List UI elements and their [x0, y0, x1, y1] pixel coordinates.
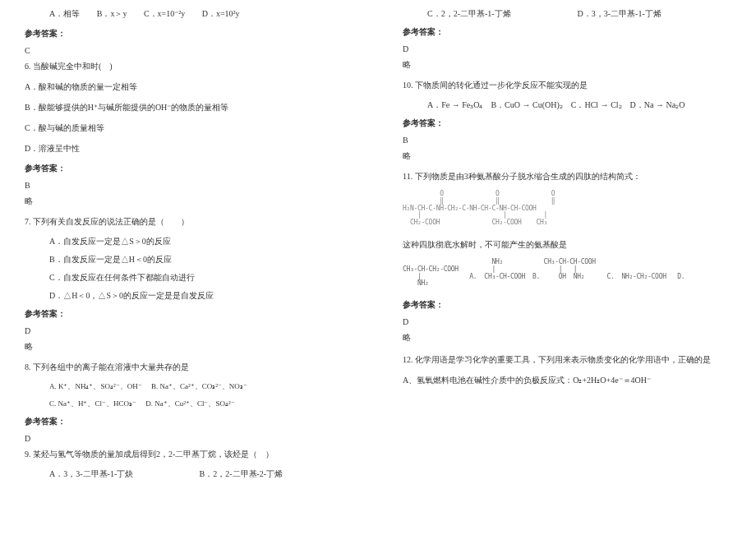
q7-opt-d: D．△H＜0，△S＞0的反应一定是是自发反应 [25, 290, 353, 302]
q6-stem: 6. 当酸碱完全中和时( ) [25, 60, 353, 72]
q8-opts-cd: C. Na⁺、H⁺、Cl⁻、HCO₃⁻ D. Na⁺、Cu²⁺、Cl⁻、SO₄²… [25, 399, 353, 409]
q7-opt-b: B．自发反应一定是△H＜0的反应 [25, 254, 353, 265]
q9-opt-c: C．2，2-二甲基-1-丁烯 [427, 8, 575, 20]
q10-opt-a: A．Fe → Fe₃O₄ [427, 100, 482, 109]
q6-opt-c: C．酸与碱的质量相等 [25, 122, 353, 134]
q11-stem: 11. 下列物质是由3种氨基酸分子脱水缩合生成的四肽的结构简式： [403, 170, 731, 182]
q11-note: 略 [403, 331, 731, 344]
q5-options: A．相等 B．x＞y C．x=10⁻²y D．x=10²y [25, 8, 353, 20]
q9-opts-cd: C．2，2-二甲基-1-丁烯 D．3，3-二甲基-1-丁烯 [403, 8, 731, 20]
answer-label: 参考答案： [25, 416, 353, 427]
q8-opt-a: A. K⁺、NH₄⁺、SO₄²⁻、OH⁻ [49, 382, 142, 390]
q8-opt-d: D. Na⁺、Cu²⁺、Cl⁻、SO₄²⁻ [145, 399, 234, 408]
left-column: A．相等 B．x＞y C．x=10⁻²y D．x=10²y 参考答案： C 6.… [0, 8, 378, 527]
q7-note: 略 [25, 340, 353, 353]
q8-opt-b: B. Na⁺、Ca²⁺、CO₃²⁻、NO₃⁻ [151, 382, 247, 390]
q11-options: NH₂ CH₃-CH-CH-COOH CH₃-CH-CH₂-COOH | | |… [403, 259, 731, 288]
q9-note: 略 [403, 58, 731, 71]
q6-answer: B [25, 181, 353, 190]
q6-note: 略 [25, 195, 353, 207]
answer-label: 参考答案： [25, 28, 353, 39]
answer-label: 参考答案： [403, 118, 731, 129]
q12-stem: 12. 化学用语是学习化学的重要工具，下列用来表示物质变化的化学用语中，正确的是 [403, 353, 731, 366]
q8-opts-ab: A. K⁺、NH₄⁺、SO₄²⁻、OH⁻ B. Na⁺、Ca²⁺、CO₃²⁻、N… [25, 381, 353, 392]
q10-opt-b: B．CuO → Cu(OH)₂ [491, 100, 562, 109]
q9-opt-a: A．3，3-二甲基-1-丁炔 [49, 468, 197, 480]
q8-answer: D [25, 434, 353, 443]
q10-opts: A．Fe → Fe₃O₄ B．CuO → Cu(OH)₂ C．HCl → Cl₂… [403, 99, 731, 111]
answer-label: 参考答案： [25, 163, 353, 174]
q7-stem: 7. 下列有关自发反应的说法正确的是（ ） [25, 215, 353, 228]
answer-label: 参考答案： [25, 308, 353, 320]
q10-note: 略 [403, 150, 731, 162]
q5-opt-a: A．相等 [49, 9, 80, 18]
q10-answer: B [403, 136, 731, 145]
q9-opt-d: D．3，3-二甲基-1-丁烯 [578, 9, 662, 18]
q9-answer: D [403, 44, 731, 53]
q7-answer: D [25, 326, 353, 335]
q8-stem: 8. 下列各组中的离子能在溶液中大量共存的是 [25, 361, 353, 373]
q7-opt-a: A．自发反应一定是△S＞0的反应 [25, 236, 353, 247]
q6-opt-b: B．酸能够提供的H⁺与碱所能提供的OH⁻的物质的量相等 [25, 101, 353, 113]
q11-mid: 这种四肽彻底水解时，不可能产生的氨基酸是 [403, 238, 731, 251]
q8-opt-c: C. Na⁺、H⁺、Cl⁻、HCO₃⁻ [49, 399, 136, 408]
q5-opt-c: C．x=10⁻²y [144, 9, 185, 18]
q10-opt-d: D．Na → Na₂O [630, 100, 685, 109]
q9-opts-ab: A．3，3-二甲基-1-丁炔 B．2，2-二甲基-2-丁烯 [25, 468, 353, 480]
q9-stem: 9. 某烃与氢气等物质的量加成后得到2，2-二甲基丁烷，该烃是（ ） [25, 448, 353, 460]
q11-structure: O O O ‖ ‖ ‖ H₂N-CH-C-NH-CH₂-C-NH-CH-C-NH… [403, 191, 731, 227]
q5-opt-d: D．x=10²y [202, 9, 240, 18]
q10-stem: 10. 下物质间的转化通过一步化学反应不能实现的是 [403, 79, 731, 91]
q5-answer: C [25, 46, 353, 55]
q9-opt-b: B．2，2-二甲基-2-丁烯 [200, 469, 284, 478]
q11-answer: D [403, 317, 731, 326]
q12-opt-a: A、氢氧燃料电池在碱性介质中的负极反应式：O₂+2H₂O+4e⁻＝4OH⁻ [403, 374, 731, 386]
answer-label: 参考答案： [403, 26, 731, 38]
q7-opt-c: C．自发反应在任何条件下都能自动进行 [25, 272, 353, 284]
q6-opt-d: D．溶液呈中性 [25, 142, 353, 155]
q10-opt-c: C．HCl → Cl₂ [571, 100, 622, 109]
q6-opt-a: A．酸和碱的物质的量一定相等 [25, 81, 353, 93]
answer-label: 参考答案： [403, 299, 731, 311]
q5-opt-b: B．x＞y [97, 9, 127, 18]
right-column: C．2，2-二甲基-1-丁烯 D．3，3-二甲基-1-丁烯 参考答案： D 略 … [378, 8, 756, 527]
